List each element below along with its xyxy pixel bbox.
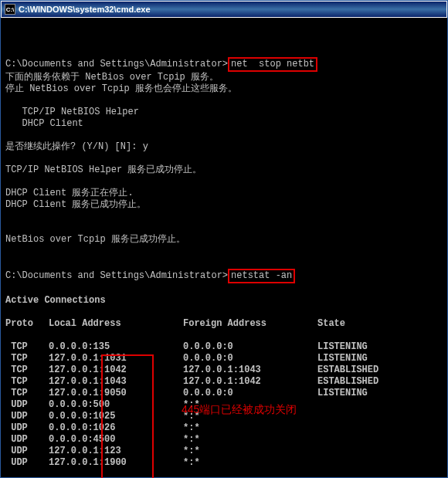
cell-state	[317, 446, 378, 457]
cell-proto: TCP	[5, 376, 49, 388]
highlight-port-column	[101, 354, 154, 478]
output-line: TCP/IP NetBIOS Helper 服务已成功停止。	[5, 164, 202, 175]
blank-line	[5, 222, 11, 233]
cell-foreign: *:*	[183, 422, 317, 434]
blank-line	[5, 176, 11, 187]
table-row: TCP0.0.0.0:1350.0.0.0:0LISTENING	[5, 341, 378, 353]
cell-foreign: 127.0.0.1:1043	[183, 364, 317, 376]
blank-line	[5, 34, 11, 45]
cmd-window: C:\ C:\WINDOWS\system32\cmd.exe C:\Docum…	[0, 0, 448, 478]
cell-state	[317, 422, 378, 434]
cell-proto: UDP	[5, 446, 49, 457]
col-local: Local Address	[49, 318, 183, 330]
cell-proto: TCP	[5, 388, 49, 399]
output-line: 下面的服务依赖于 NetBios over Tcpip 服务。	[5, 72, 219, 83]
col-foreign: Foreign Address	[183, 318, 317, 330]
output-line: DHCP Client	[5, 118, 83, 129]
terminal-output[interactable]: C:\Documents and Settings\Administrator>…	[1, 18, 447, 478]
table-row: UDP0.0.0.0:1026*:*	[5, 422, 378, 434]
cell-foreign: 0.0.0.0:0	[183, 388, 317, 399]
output-line: 停止 NetBios over Tcpip 服务也会停止这些服务。	[5, 83, 237, 94]
blank-line	[5, 153, 11, 164]
cell-proto: TCP	[5, 341, 49, 353]
col-proto: Proto	[5, 318, 49, 330]
cell-state: LISTENING	[317, 388, 378, 399]
cell-proto: UDP	[5, 399, 49, 411]
cell-foreign: 0.0.0.0:0	[183, 341, 317, 353]
blank-line	[5, 211, 11, 222]
col-state: State	[317, 318, 345, 330]
cell-state: LISTENING	[317, 341, 378, 353]
table-row: TCP127.0.0.1:1042127.0.0.1:1043ESTABLISH…	[5, 364, 378, 376]
cell-foreign: 127.0.0.1:1042	[183, 376, 317, 388]
prompt-line-1: C:\Documents and Settings\Administrator>…	[5, 59, 317, 69]
cell-foreign: 0.0.0.0:0	[183, 353, 317, 364]
cell-foreign: *:*	[183, 446, 317, 457]
output-line: TCP/IP NetBIOS Helper	[5, 107, 139, 117]
highlight-cmd2: netstat -an	[228, 269, 295, 283]
cell-state: ESTABLISHED	[317, 376, 378, 388]
cell-foreign: *:*	[183, 457, 317, 469]
blank-line	[5, 130, 11, 141]
cell-state: ESTABLISHED	[317, 364, 378, 376]
title-bar[interactable]: C:\ C:\WINDOWS\system32\cmd.exe	[1, 1, 447, 18]
netstat-header-row: ProtoLocal AddressForeign AddressState	[5, 318, 345, 330]
blank-line	[5, 283, 11, 294]
cell-proto: UDP	[5, 457, 49, 469]
cell-foreign: *:*	[183, 434, 317, 446]
cell-state	[317, 457, 378, 469]
table-row: UDP0.0.0.0:4500*:*	[5, 434, 378, 446]
cmd-icon: C:\	[5, 4, 15, 15]
window-title: C:\WINDOWS\system32\cmd.exe	[19, 5, 151, 14]
table-row: UDP127.0.0.1:123*:*	[5, 446, 378, 457]
cell-state	[317, 434, 378, 446]
table-row: TCP127.0.0.1:1043127.0.0.1:1042ESTABLISH…	[5, 376, 378, 388]
blank-line	[5, 46, 11, 56]
prompt-line-2: C:\Documents and Settings\Administrator>…	[5, 270, 295, 281]
output-line: DHCP Client 服务正在停止.	[5, 188, 134, 198]
table-row: TCP127.0.0.1:10310.0.0.0:0LISTENING	[5, 353, 378, 364]
cell-proto: TCP	[5, 364, 49, 376]
confirm-line: 是否继续此操作? (Y/N) [N]: y	[5, 141, 148, 152]
blank-line	[5, 257, 11, 268]
cell-proto: UDP	[5, 434, 49, 446]
cell-state	[317, 411, 378, 422]
blank-line	[5, 307, 11, 317]
blank-line	[5, 246, 11, 256]
output-line: DHCP Client 服务已成功停止。	[5, 199, 146, 210]
cell-proto: TCP	[5, 353, 49, 364]
table-row: TCP127.0.0.1:90500.0.0.0:0LISTENING	[5, 388, 378, 399]
cell-state	[317, 399, 378, 411]
annotation-445-closed: 445端口已经被成功关闭	[182, 404, 297, 415]
cell-local: 0.0.0.0:135	[49, 341, 183, 353]
cell-proto: UDP	[5, 411, 49, 422]
active-connections-header: Active Connections	[5, 295, 106, 306]
blank-line	[5, 95, 11, 106]
output-line: NetBios over Tcpip 服务已成功停止。	[5, 234, 185, 245]
table-row: UDP127.0.0.1:1900*:*	[5, 457, 378, 469]
cell-state: LISTENING	[317, 353, 378, 364]
cell-proto: UDP	[5, 422, 49, 434]
highlight-cmd1: net stop netbt	[228, 57, 317, 72]
